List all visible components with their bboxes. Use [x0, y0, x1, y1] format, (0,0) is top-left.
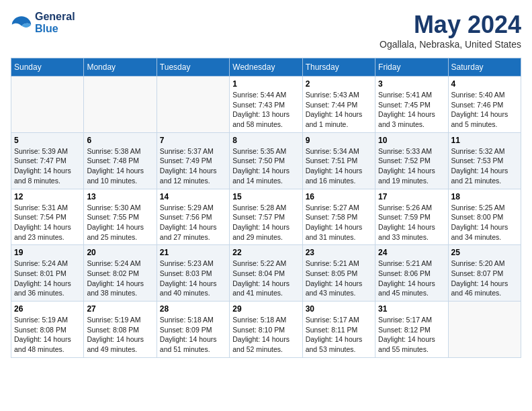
sunset-text: Sunset: 8:09 PM: [160, 325, 226, 335]
sunset-text: Sunset: 7:48 PM: [87, 156, 153, 166]
calendar-cell: 10Sunrise: 5:33 AMSunset: 7:52 PMDayligh…: [375, 132, 448, 189]
calendar-week-row: 26Sunrise: 5:19 AMSunset: 8:08 PMDayligh…: [11, 302, 521, 358]
calendar-week-row: 1Sunrise: 5:44 AMSunset: 7:43 PMDaylight…: [11, 77, 521, 133]
sunrise-text: Sunrise: 5:38 AM: [87, 146, 153, 156]
logo-text: General Blue: [35, 11, 75, 36]
day-info: Sunrise: 5:24 AMSunset: 8:02 PMDaylight:…: [87, 259, 153, 298]
sunrise-text: Sunrise: 5:41 AM: [378, 90, 445, 100]
daylight-text: Daylight: 14 hours and 53 minutes.: [306, 334, 372, 354]
calendar-cell: [448, 302, 521, 358]
sunset-text: Sunset: 8:08 PM: [14, 325, 81, 335]
sunrise-text: Sunrise: 5:44 AM: [232, 90, 299, 100]
day-number: 13: [87, 192, 153, 201]
day-number: 25: [451, 248, 518, 257]
calendar-cell: 16Sunrise: 5:27 AMSunset: 7:58 PMDayligh…: [302, 189, 375, 245]
daylight-text: Daylight: 14 hours and 29 minutes.: [232, 222, 299, 242]
day-number: 21: [160, 248, 226, 257]
day-number: 1: [232, 79, 299, 89]
sunset-text: Sunset: 7:46 PM: [451, 100, 518, 110]
calendar-cell: 11Sunrise: 5:32 AMSunset: 7:53 PMDayligh…: [448, 132, 521, 189]
daylight-text: Daylight: 14 hours and 5 minutes.: [451, 109, 518, 129]
day-info: Sunrise: 5:18 AMSunset: 8:09 PMDaylight:…: [160, 315, 226, 355]
sunset-text: Sunset: 7:44 PM: [306, 100, 372, 110]
sunrise-text: Sunrise: 5:33 AM: [378, 146, 445, 156]
daylight-text: Daylight: 14 hours and 46 minutes.: [451, 279, 518, 298]
calendar-cell: 14Sunrise: 5:29 AMSunset: 7:56 PMDayligh…: [157, 189, 229, 245]
sunset-text: Sunset: 7:52 PM: [378, 156, 445, 166]
sunrise-text: Sunrise: 5:21 AM: [378, 259, 445, 269]
day-info: Sunrise: 5:39 AMSunset: 7:47 PMDaylight:…: [14, 146, 81, 186]
calendar-cell: 23Sunrise: 5:21 AMSunset: 8:05 PMDayligh…: [302, 245, 375, 302]
logo-icon: [11, 13, 32, 32]
sunrise-text: Sunrise: 5:17 AM: [306, 315, 372, 325]
calendar-cell: 9Sunrise: 5:34 AMSunset: 7:51 PMDaylight…: [302, 132, 375, 189]
calendar-week-row: 19Sunrise: 5:24 AMSunset: 8:01 PMDayligh…: [11, 245, 521, 302]
day-info: Sunrise: 5:43 AMSunset: 7:44 PMDaylight:…: [306, 90, 372, 130]
sunrise-text: Sunrise: 5:40 AM: [451, 90, 518, 100]
daylight-text: Daylight: 14 hours and 33 minutes.: [378, 222, 445, 242]
sunset-text: Sunset: 8:08 PM: [87, 325, 153, 335]
daylight-text: Daylight: 14 hours and 51 minutes.: [160, 334, 226, 354]
day-info: Sunrise: 5:37 AMSunset: 7:49 PMDaylight:…: [160, 146, 226, 186]
sunset-text: Sunset: 8:10 PM: [232, 325, 299, 335]
calendar-cell: 6Sunrise: 5:38 AMSunset: 7:48 PMDaylight…: [84, 132, 157, 189]
sunset-text: Sunset: 8:12 PM: [378, 325, 445, 335]
day-info: Sunrise: 5:31 AMSunset: 7:54 PMDaylight:…: [14, 203, 81, 242]
sunrise-text: Sunrise: 5:39 AM: [14, 146, 81, 156]
daylight-text: Daylight: 14 hours and 49 minutes.: [87, 334, 153, 354]
daylight-text: Daylight: 14 hours and 43 minutes.: [306, 279, 372, 298]
day-info: Sunrise: 5:35 AMSunset: 7:50 PMDaylight:…: [232, 146, 299, 186]
weekday-header-wednesday: Wednesday: [230, 58, 302, 77]
logo: General Blue: [11, 11, 75, 36]
sunrise-text: Sunrise: 5:27 AM: [306, 203, 372, 213]
sunset-text: Sunset: 8:04 PM: [232, 269, 299, 279]
calendar-cell: 15Sunrise: 5:28 AMSunset: 7:57 PMDayligh…: [230, 189, 302, 245]
sunrise-text: Sunrise: 5:23 AM: [160, 259, 226, 269]
daylight-text: Daylight: 13 hours and 58 minutes.: [232, 109, 299, 129]
daylight-text: Daylight: 14 hours and 27 minutes.: [160, 222, 226, 242]
day-info: Sunrise: 5:28 AMSunset: 7:57 PMDaylight:…: [232, 203, 299, 242]
daylight-text: Daylight: 14 hours and 14 minutes.: [232, 166, 299, 185]
sunrise-text: Sunrise: 5:24 AM: [14, 259, 81, 269]
logo-line1: General: [35, 11, 75, 22]
month-title: May 2024: [380, 11, 521, 39]
calendar-cell: 30Sunrise: 5:17 AMSunset: 8:11 PMDayligh…: [302, 302, 375, 358]
sunset-text: Sunset: 7:50 PM: [232, 156, 299, 166]
calendar-week-row: 12Sunrise: 5:31 AMSunset: 7:54 PMDayligh…: [11, 189, 521, 245]
day-info: Sunrise: 5:32 AMSunset: 7:53 PMDaylight:…: [451, 146, 518, 186]
daylight-text: Daylight: 14 hours and 34 minutes.: [451, 222, 518, 242]
daylight-text: Daylight: 14 hours and 55 minutes.: [378, 334, 445, 354]
day-number: 20: [87, 248, 153, 257]
calendar-cell: [84, 77, 157, 133]
daylight-text: Daylight: 14 hours and 25 minutes.: [87, 222, 153, 242]
calendar-week-row: 5Sunrise: 5:39 AMSunset: 7:47 PMDaylight…: [11, 132, 521, 189]
sunrise-text: Sunrise: 5:20 AM: [451, 259, 518, 269]
calendar-cell: 29Sunrise: 5:18 AMSunset: 8:10 PMDayligh…: [230, 302, 302, 358]
calendar-cell: 12Sunrise: 5:31 AMSunset: 7:54 PMDayligh…: [11, 189, 84, 245]
day-number: 31: [378, 304, 445, 314]
day-number: 19: [14, 248, 81, 257]
daylight-text: Daylight: 14 hours and 38 minutes.: [87, 279, 153, 298]
calendar-cell: 7Sunrise: 5:37 AMSunset: 7:49 PMDaylight…: [157, 132, 229, 189]
calendar-cell: 1Sunrise: 5:44 AMSunset: 7:43 PMDaylight…: [230, 77, 302, 133]
day-info: Sunrise: 5:27 AMSunset: 7:58 PMDaylight:…: [306, 203, 372, 242]
day-info: Sunrise: 5:40 AMSunset: 7:46 PMDaylight:…: [451, 90, 518, 130]
day-number: 9: [306, 136, 372, 145]
daylight-text: Daylight: 14 hours and 10 minutes.: [87, 166, 153, 185]
sunrise-text: Sunrise: 5:19 AM: [87, 315, 153, 325]
day-number: 15: [232, 192, 299, 201]
calendar-cell: 22Sunrise: 5:22 AMSunset: 8:04 PMDayligh…: [230, 245, 302, 302]
day-number: 14: [160, 192, 226, 201]
daylight-text: Daylight: 14 hours and 3 minutes.: [378, 109, 445, 129]
sunset-text: Sunset: 7:54 PM: [14, 212, 81, 222]
day-number: 26: [14, 304, 81, 314]
day-info: Sunrise: 5:26 AMSunset: 7:59 PMDaylight:…: [378, 203, 445, 242]
sunrise-text: Sunrise: 5:32 AM: [451, 146, 518, 156]
calendar-cell: 21Sunrise: 5:23 AMSunset: 8:03 PMDayligh…: [157, 245, 229, 302]
calendar-cell: 26Sunrise: 5:19 AMSunset: 8:08 PMDayligh…: [11, 302, 84, 358]
daylight-text: Daylight: 14 hours and 45 minutes.: [378, 279, 445, 298]
day-number: 27: [87, 304, 153, 314]
daylight-text: Daylight: 14 hours and 36 minutes.: [14, 279, 81, 298]
sunrise-text: Sunrise: 5:21 AM: [306, 259, 372, 269]
day-number: 7: [160, 136, 226, 145]
